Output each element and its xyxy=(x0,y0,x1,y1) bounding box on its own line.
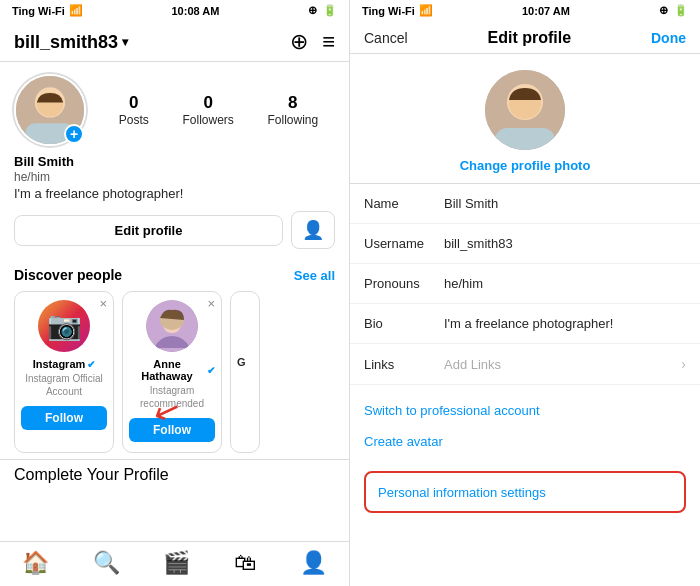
links-value[interactable]: Add Links xyxy=(444,357,681,372)
profile-name: Bill Smith xyxy=(14,154,335,169)
instagram-icon: 📷 xyxy=(38,300,90,352)
follow-instagram-button[interactable]: Follow xyxy=(21,406,107,430)
instagram-name: Instagram xyxy=(33,358,86,370)
switch-professional-link[interactable]: Switch to professional account xyxy=(364,395,686,426)
following-label: Following xyxy=(267,113,318,127)
create-avatar-link[interactable]: Create avatar xyxy=(364,426,686,457)
edit-avatar-section: Change profile photo xyxy=(350,54,700,184)
cancel-button[interactable]: Cancel xyxy=(364,30,408,46)
field-row-username: Username bill_smith83 xyxy=(350,224,700,264)
form-fields: Name Bill Smith Username bill_smith83 Pr… xyxy=(350,184,700,586)
close-anne-button[interactable]: × xyxy=(207,296,215,311)
status-bar-right-icons: ⊕ 🔋 xyxy=(308,4,337,17)
right-panel: Ting Wi-Fi 📶 10:07 AM ⊕ 🔋 Cancel Edit pr… xyxy=(350,0,700,586)
anne-name-row: Anne Hathaway ✔ xyxy=(129,358,215,382)
following-stat[interactable]: 8 Following xyxy=(267,93,318,127)
follow-anne-button[interactable]: Follow xyxy=(129,418,215,442)
anne-sub: Instagram recommended xyxy=(129,384,215,410)
posts-label: Posts xyxy=(119,113,149,127)
location-icon: ⊕ xyxy=(308,4,317,17)
field-row-bio: Bio I'm a freelance photographer! xyxy=(350,304,700,344)
time-right: 10:07 AM xyxy=(522,5,570,17)
wifi-icon: 📶 xyxy=(69,4,83,17)
nav-home-icon[interactable]: 🏠 xyxy=(22,550,49,576)
nav-profile-icon[interactable]: 👤 xyxy=(300,550,327,576)
add-person-button[interactable]: 👤 xyxy=(291,211,335,249)
done-button[interactable]: Done xyxy=(651,30,686,46)
followers-stat[interactable]: 0 Followers xyxy=(182,93,233,127)
instagram-sub: Instagram Official Account xyxy=(21,372,107,398)
status-bar-left-content: Ting Wi-Fi 📶 xyxy=(12,4,83,17)
links-chevron-icon: › xyxy=(681,356,686,372)
svg-rect-9 xyxy=(495,128,555,150)
action-links: Switch to professional account Create av… xyxy=(350,385,700,467)
username-text: bill_smith83 xyxy=(14,32,118,53)
following-count: 8 xyxy=(288,93,297,113)
username-row[interactable]: bill_smith83 ▾ xyxy=(14,32,128,53)
top-icons: ⊕ ≡ xyxy=(290,29,335,55)
add-story-badge[interactable]: + xyxy=(64,124,84,144)
complete-profile-bar: Complete Your Profile xyxy=(0,459,349,541)
anne-avatar xyxy=(146,300,198,352)
profile-top-row: + 0 Posts 0 Followers 8 Following xyxy=(14,74,335,146)
posts-count: 0 xyxy=(129,93,138,113)
personal-info-text: Personal information settings xyxy=(378,485,546,500)
status-bar-left: Ting Wi-Fi 📶 10:08 AM ⊕ 🔋 xyxy=(0,0,349,21)
edit-avatar-svg xyxy=(485,70,565,150)
discover-title: Discover people xyxy=(14,267,122,283)
edit-profile-button[interactable]: Edit profile xyxy=(14,215,283,246)
third-name: G xyxy=(237,356,253,368)
username-value[interactable]: bill_smith83 xyxy=(444,236,686,251)
instagram-verified-icon: ✔ xyxy=(87,359,95,370)
nav-shop-icon[interactable]: 🛍 xyxy=(234,550,256,576)
instagram-name-row: Instagram ✔ xyxy=(33,358,96,370)
edit-profile-title: Edit profile xyxy=(488,29,572,47)
left-panel: Ting Wi-Fi 📶 10:08 AM ⊕ 🔋 bill_smith83 ▾… xyxy=(0,0,350,586)
field-row-links[interactable]: Links Add Links › xyxy=(350,344,700,385)
discover-section: Discover people See all × 📷 Instagram ✔ … xyxy=(0,257,349,459)
profile-pronoun: he/him xyxy=(14,170,335,184)
change-photo-link[interactable]: Change profile photo xyxy=(460,158,591,173)
bottom-nav: 🏠 🔍 🎬 🛍 👤 xyxy=(0,541,349,586)
status-bar-right-left: Ting Wi-Fi 📶 xyxy=(362,4,433,17)
profile-bio: I'm a freelance photographer! xyxy=(14,186,335,201)
menu-button[interactable]: ≡ xyxy=(322,29,335,55)
wifi-right-icon: 📶 xyxy=(419,4,433,17)
bio-label: Bio xyxy=(364,316,444,331)
instagram-logo-icon: 📷 xyxy=(47,312,82,340)
chevron-down-icon: ▾ xyxy=(122,35,128,49)
battery-right-icon: 🔋 xyxy=(674,4,688,17)
pronouns-label: Pronouns xyxy=(364,276,444,291)
followers-count: 0 xyxy=(203,93,212,113)
anne-name: Anne Hathaway xyxy=(129,358,205,382)
status-bar-right: Ting Wi-Fi 📶 10:07 AM ⊕ 🔋 xyxy=(350,0,700,21)
instagram-avatar: 📷 xyxy=(38,300,90,352)
anne-verified-icon: ✔ xyxy=(207,365,215,376)
followers-label: Followers xyxy=(182,113,233,127)
close-instagram-button[interactable]: × xyxy=(99,296,107,311)
people-cards: × 📷 Instagram ✔ Instagram Official Accou… xyxy=(14,291,335,453)
status-bar-right-icons-r: ⊕ 🔋 xyxy=(659,4,688,17)
discover-header: Discover people See all xyxy=(14,267,335,283)
location-right-icon: ⊕ xyxy=(659,4,668,17)
anne-avatar-bg xyxy=(146,300,198,352)
name-value[interactable]: Bill Smith xyxy=(444,196,686,211)
carrier-left: Ting Wi-Fi xyxy=(12,5,65,17)
field-row-pronouns: Pronouns he/him xyxy=(350,264,700,304)
profile-section: + 0 Posts 0 Followers 8 Following Bill S… xyxy=(0,62,349,257)
bio-value[interactable]: I'm a freelance photographer! xyxy=(444,316,686,331)
nav-search-icon[interactable]: 🔍 xyxy=(93,550,120,576)
nav-reels-icon[interactable]: 🎬 xyxy=(163,550,190,576)
person-card-third: G xyxy=(230,291,260,453)
links-label: Links xyxy=(364,357,444,372)
see-all-link[interactable]: See all xyxy=(294,268,335,283)
personal-info-box[interactable]: Personal information settings xyxy=(364,471,686,513)
edit-profile-row: Edit profile 👤 ↙ xyxy=(14,211,335,249)
top-bar: bill_smith83 ▾ ⊕ ≡ xyxy=(0,21,349,62)
pronouns-value[interactable]: he/him xyxy=(444,276,686,291)
add-post-button[interactable]: ⊕ xyxy=(290,29,308,55)
time-left: 10:08 AM xyxy=(171,5,219,17)
avatar-wrapper: + xyxy=(14,74,86,146)
edit-avatar xyxy=(485,70,565,150)
edit-top-bar: Cancel Edit profile Done xyxy=(350,21,700,54)
